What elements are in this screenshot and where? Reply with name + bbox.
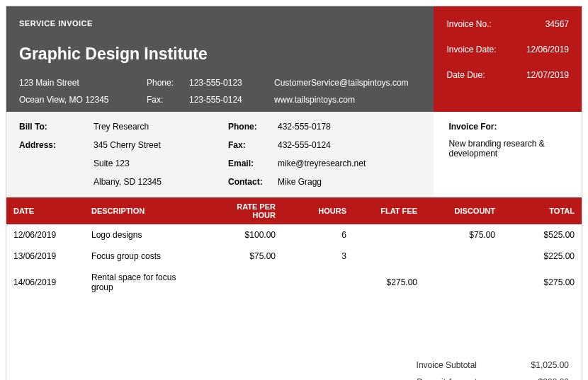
cell-hours xyxy=(283,267,354,298)
bill-to-name: Trey Research xyxy=(94,122,228,132)
footer: Make all checks payable to Graphic Desig… xyxy=(6,347,582,380)
col-flat: FLAT FEE xyxy=(354,197,424,224)
invoice-for-block: Invoice For: New branding research & dev… xyxy=(434,112,582,197)
bill-to-label: Bill To: xyxy=(19,122,94,132)
company-addr1: 123 Main Street xyxy=(19,78,147,88)
date-due: 12/07/2019 xyxy=(526,70,569,80)
totals-block: Invoice Subtotal $1,025.00 Deposit Amoun… xyxy=(392,360,569,380)
company-name: Graphic Design Institute xyxy=(19,45,421,64)
header-left: SERVICE INVOICE Graphic Design Institute… xyxy=(6,6,434,112)
company-fax: 123-555-0124 xyxy=(189,95,274,105)
subtotal-row: Invoice Subtotal $1,025.00 xyxy=(392,360,569,370)
deposit-value: $200.00 xyxy=(505,377,569,380)
service-invoice-label: SERVICE INVOICE xyxy=(19,19,421,28)
bill-to-block: Bill To: Trey Research Phone: 432-555-01… xyxy=(6,112,434,197)
header-right: Invoice No.: 34567 Invoice Date: 12/06/2… xyxy=(434,6,582,112)
bill-addr2: Suite 123 xyxy=(94,159,228,168)
cell-date: 13/06/2019 xyxy=(6,246,84,267)
cell-rate: $100.00 xyxy=(205,224,283,246)
company-addr2: Ocean View, MO 12345 xyxy=(19,95,147,105)
invoice-no: 34567 xyxy=(545,19,569,29)
bill-fax: 432-555-0124 xyxy=(278,140,421,150)
cell-flat: $275.00 xyxy=(354,267,424,298)
cell-desc: Logo designs xyxy=(84,224,205,246)
invoice-no-label: Invoice No.: xyxy=(446,19,491,29)
bill-addr1: 345 Cherry Street xyxy=(94,140,228,150)
invoice-date: 12/06/2019 xyxy=(526,45,569,54)
cell-flat xyxy=(354,224,424,246)
company-email: CustomerService@tailspintoys.com xyxy=(274,78,421,88)
company-contact-grid: 123 Main Street Phone: 123-555-0123 Cust… xyxy=(19,78,421,105)
col-date: DATE xyxy=(6,197,84,224)
bill-contact: Mike Gragg xyxy=(278,177,421,187)
table-row: 12/06/2019 Logo designs $100.00 6 $75.00… xyxy=(6,224,582,246)
bill-phone-label: Phone: xyxy=(228,122,278,132)
bill-phone: 432-555-0178 xyxy=(278,122,421,132)
deposit-label: Deposit Amount xyxy=(392,377,477,380)
fax-label: Fax: xyxy=(147,95,189,105)
cell-flat xyxy=(354,246,424,267)
col-discount: DISCOUNT xyxy=(424,197,502,224)
cell-rate: $75.00 xyxy=(205,246,283,267)
invoice-page: SERVICE INVOICE Graphic Design Institute… xyxy=(6,6,582,380)
company-website: www.tailspintoys.com xyxy=(274,95,421,105)
cell-date: 12/06/2019 xyxy=(6,224,84,246)
subtotal-value: $1,025.00 xyxy=(505,360,569,370)
bill-addr3: Albany, SD 12345 xyxy=(94,177,228,187)
cell-discount xyxy=(424,267,502,298)
invoice-no-row: Invoice No.: 34567 xyxy=(446,19,569,29)
subtotal-label: Invoice Subtotal xyxy=(392,360,477,370)
mid-section: Bill To: Trey Research Phone: 432-555-01… xyxy=(6,112,582,197)
line-items-table: DATE DESCRIPTION RATE PER HOUR HOURS FLA… xyxy=(6,197,582,298)
cell-rate xyxy=(205,267,283,298)
cell-hours: 6 xyxy=(283,224,354,246)
col-rate: RATE PER HOUR xyxy=(205,197,283,224)
cell-desc: Focus group costs xyxy=(84,246,205,267)
phone-label: Phone: xyxy=(147,78,189,88)
cell-total: $225.00 xyxy=(502,246,582,267)
invoice-date-label: Invoice Date: xyxy=(446,45,496,54)
table-row: 14/06/2019 Rental space for focus group … xyxy=(6,267,582,298)
col-desc: DESCRIPTION xyxy=(84,197,205,224)
cell-hours: 3 xyxy=(283,246,354,267)
date-due-label: Date Due: xyxy=(446,70,485,80)
header: SERVICE INVOICE Graphic Design Institute… xyxy=(6,6,582,112)
bill-fax-label: Fax: xyxy=(228,140,278,150)
cell-discount: $75.00 xyxy=(424,224,502,246)
invoice-for-text: New branding research & development xyxy=(448,139,569,159)
table-row: 13/06/2019 Focus group costs $75.00 3 $2… xyxy=(6,246,582,267)
cell-total: $275.00 xyxy=(502,267,582,298)
bill-email-label: Email: xyxy=(228,159,278,168)
spacer xyxy=(6,298,582,347)
bill-contact-label: Contact: xyxy=(228,177,278,187)
col-hours: HOURS xyxy=(283,197,354,224)
cell-discount xyxy=(424,246,502,267)
company-phone: 123-555-0123 xyxy=(189,78,274,88)
date-due-row: Date Due: 12/07/2019 xyxy=(446,70,569,80)
invoice-for-label: Invoice For: xyxy=(448,122,569,132)
address-label: Address: xyxy=(19,140,94,150)
deposit-row: Deposit Amount $200.00 xyxy=(392,377,569,380)
cell-total: $525.00 xyxy=(502,224,582,246)
table-head-row: DATE DESCRIPTION RATE PER HOUR HOURS FLA… xyxy=(6,197,582,224)
cell-date: 14/06/2019 xyxy=(6,267,84,298)
col-total: TOTAL xyxy=(502,197,582,224)
bill-email: mike@treyresearch.net xyxy=(278,159,421,168)
cell-desc: Rental space for focus group xyxy=(84,267,205,298)
invoice-date-row: Invoice Date: 12/06/2019 xyxy=(446,45,569,54)
